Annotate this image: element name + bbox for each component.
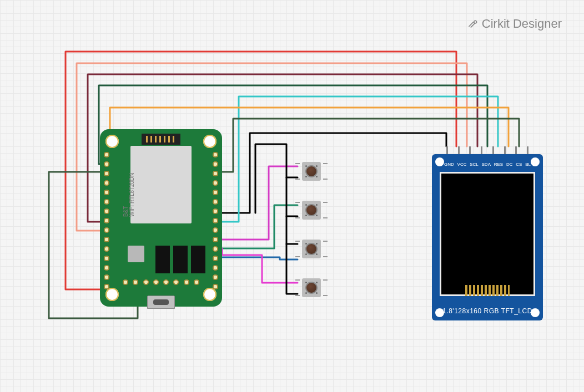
mcu-pin[interactable] xyxy=(103,180,110,186)
button-pin[interactable] xyxy=(323,279,328,281)
mcu-pin[interactable] xyxy=(212,264,219,271)
lcd-pin-label: DC xyxy=(506,162,513,167)
mcu-pad[interactable] xyxy=(153,279,159,286)
mcu-pin[interactable] xyxy=(103,170,110,177)
mcu-pin[interactable] xyxy=(103,208,110,215)
mcu-pin[interactable] xyxy=(212,161,219,167)
lcd-pin-label: SCL xyxy=(470,162,479,167)
lcd-pin[interactable] xyxy=(527,146,528,154)
mcu-pad[interactable] xyxy=(122,279,129,286)
mcu-pad[interactable] xyxy=(193,279,200,286)
tactile-button-2[interactable] xyxy=(300,198,323,222)
button-pin[interactable] xyxy=(295,179,300,180)
lcd-header-pins xyxy=(446,146,528,154)
mcu-pin[interactable] xyxy=(212,170,219,177)
mcu-pin[interactable] xyxy=(212,208,219,215)
wire-btn3-gnd[interactable] xyxy=(286,216,298,244)
mcu-pin[interactable] xyxy=(103,189,110,196)
mcu-pad[interactable] xyxy=(173,279,179,286)
lcd-footer-label: 1.8'128x160 RGB TFT_LCD xyxy=(432,307,543,315)
button-pin[interactable] xyxy=(323,163,328,164)
wire-btn2-gnd[interactable] xyxy=(286,177,298,216)
mcu-pin[interactable] xyxy=(103,255,110,262)
smd-component xyxy=(128,246,144,262)
mcu-pin[interactable] xyxy=(212,198,219,205)
button-cap-icon xyxy=(305,282,318,294)
wire-btn1-sig[interactable] xyxy=(218,166,298,240)
lcd-pin-label: VCC xyxy=(457,162,467,167)
lcd-pin-label: CS xyxy=(516,162,522,167)
mcu-pin[interactable] xyxy=(212,189,219,196)
button-pin[interactable] xyxy=(323,241,328,242)
button-pin[interactable] xyxy=(295,217,300,218)
button-pin[interactable] xyxy=(295,202,300,203)
wire-btn1-gnd[interactable] xyxy=(255,144,298,213)
mcu-pin[interactable] xyxy=(212,283,219,290)
wire-btn3-sig[interactable] xyxy=(218,257,298,259)
lcd-pin[interactable] xyxy=(515,146,517,154)
usb-port-icon xyxy=(147,296,175,309)
mcu-pin[interactable] xyxy=(212,255,219,262)
lcd-pin-label: GND xyxy=(444,162,454,167)
lcd-pin[interactable] xyxy=(504,146,506,154)
button-pin[interactable] xyxy=(323,179,328,180)
mount-hole xyxy=(435,157,444,166)
button-pin[interactable] xyxy=(323,256,328,257)
button-pin[interactable] xyxy=(323,202,328,203)
button-pin[interactable] xyxy=(295,295,300,296)
tactile-button-4[interactable] xyxy=(300,276,323,299)
mcu-pin[interactable] xyxy=(103,161,110,167)
circuit-canvas[interactable]: B&TWIFI RTL8720DN GNDVCCSCLSDARESDCCSBL … xyxy=(0,0,584,392)
chip-label: B&TWIFI RTL8720DN xyxy=(123,173,135,217)
lcd-pin[interactable] xyxy=(469,146,471,154)
wire-btn2-sig[interactable] xyxy=(218,205,298,248)
rf-shield: B&TWIFI RTL8720DN xyxy=(130,146,192,223)
mcu-pad[interactable] xyxy=(163,279,169,286)
lcd-pin[interactable] xyxy=(446,146,448,154)
lcd-pin-label: SDA xyxy=(482,162,491,167)
mcu-pin[interactable] xyxy=(103,217,110,224)
button-cap-icon xyxy=(305,204,318,216)
mcu-pad[interactable] xyxy=(183,279,190,286)
lcd-screen xyxy=(440,172,535,296)
mcu-pin[interactable] xyxy=(212,217,219,224)
mcu-pin[interactable] xyxy=(212,236,219,243)
wire-btn4-sig[interactable] xyxy=(222,248,298,283)
mcu-pin[interactable] xyxy=(212,227,219,233)
mcu-pin[interactable] xyxy=(103,264,110,271)
wire-btn4-gnd[interactable] xyxy=(286,244,298,294)
button-pin[interactable] xyxy=(295,279,300,281)
button-pin[interactable] xyxy=(295,241,300,242)
mcu-pin[interactable] xyxy=(103,151,110,158)
mount-hole xyxy=(105,135,119,148)
lcd-pin-labels: GNDVCCSCLSDARESDCCSBL xyxy=(444,162,531,167)
mcu-pin[interactable] xyxy=(212,151,219,158)
button-pin[interactable] xyxy=(323,217,328,218)
mcu-pad[interactable] xyxy=(132,279,139,286)
lcd-pin[interactable] xyxy=(481,146,482,154)
button-pin[interactable] xyxy=(295,256,300,257)
mcu-pin[interactable] xyxy=(103,246,110,252)
lcd-flex-connector xyxy=(465,285,510,296)
mcu-pin[interactable] xyxy=(103,274,110,281)
mcu-pin[interactable] xyxy=(103,227,110,233)
mcu-board[interactable]: B&TWIFI RTL8720DN xyxy=(100,129,222,307)
tactile-button-1[interactable] xyxy=(300,160,323,183)
antenna-icon xyxy=(142,134,180,145)
mcu-pin[interactable] xyxy=(103,236,110,243)
wire-gnd-black[interactable] xyxy=(218,133,446,213)
lcd-module[interactable]: GNDVCCSCLSDARESDCCSBL 1.8'128x160 RGB TF… xyxy=(432,154,543,320)
mcu-pad[interactable] xyxy=(143,279,149,286)
mcu-pin[interactable] xyxy=(212,246,219,252)
tactile-button-3[interactable] xyxy=(300,237,323,261)
mcu-pin[interactable] xyxy=(103,283,110,290)
pin-row-right xyxy=(212,151,219,290)
mcu-pin[interactable] xyxy=(212,274,219,281)
button-pin[interactable] xyxy=(295,163,300,164)
button-pin[interactable] xyxy=(323,295,328,296)
mcu-pin[interactable] xyxy=(103,198,110,205)
lcd-pin[interactable] xyxy=(492,146,494,154)
ic-row xyxy=(155,246,205,273)
mcu-pin[interactable] xyxy=(212,180,219,186)
lcd-pin[interactable] xyxy=(458,146,460,154)
